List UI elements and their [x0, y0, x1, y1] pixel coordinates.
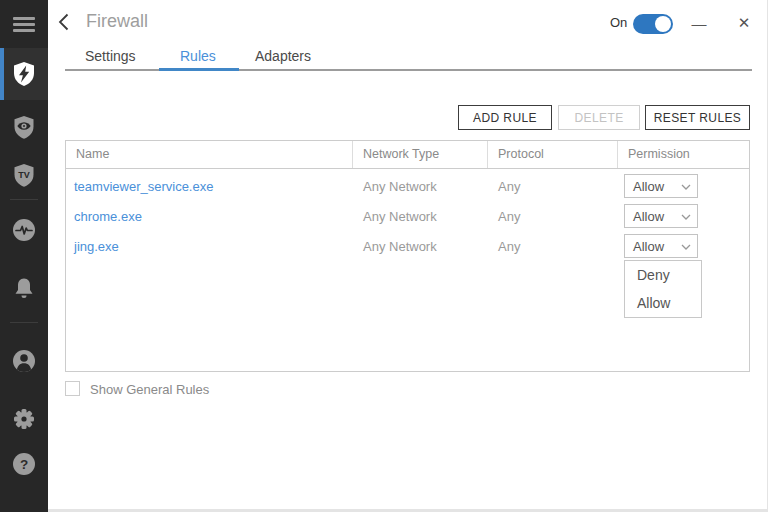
rule-name-link[interactable]: teamviewer_service.exe	[74, 179, 213, 194]
bell-icon	[11, 276, 37, 302]
gear-icon	[11, 406, 37, 432]
dropdown-option-allow[interactable]: Allow	[625, 289, 701, 317]
reset-rules-button[interactable]: RESET RULES	[645, 105, 750, 130]
permission-select-value: Allow	[633, 239, 664, 254]
firewall-window: TV	[0, 0, 768, 512]
permission-dropdown-panel: Deny Allow	[624, 260, 702, 318]
tab-adapters[interactable]: Adapters	[255, 48, 311, 64]
sidebar-item-privacy[interactable]	[0, 104, 48, 152]
chevron-down-icon	[681, 244, 691, 250]
column-header-network-type: Network Type	[353, 141, 488, 168]
tab-settings[interactable]: Settings	[85, 48, 136, 64]
permission-select-value: Allow	[633, 179, 664, 194]
firewall-shield-icon	[11, 61, 37, 87]
chevron-down-icon	[681, 184, 691, 190]
permission-select-open[interactable]: Allow	[624, 234, 698, 258]
table-row: jing.exe Any Network Any Allow	[66, 231, 749, 261]
table-row: chrome.exe Any Network Any Allow	[66, 201, 749, 231]
firewall-power-label: On	[610, 15, 627, 30]
show-general-rules-checkbox[interactable]	[65, 381, 80, 396]
permission-select[interactable]: Allow	[624, 174, 698, 198]
column-header-name: Name	[66, 141, 353, 168]
svg-text:TV: TV	[18, 170, 30, 180]
firewall-toggle[interactable]	[633, 14, 673, 34]
svg-text:?: ?	[20, 457, 28, 472]
show-general-rules-label: Show General Rules	[90, 382, 209, 397]
sidebar-item-help[interactable]: ?	[0, 440, 48, 488]
tab-active-underline	[159, 68, 239, 71]
rule-name-link[interactable]: chrome.exe	[74, 209, 142, 224]
sidebar: TV	[0, 0, 48, 512]
back-chevron-icon	[58, 13, 69, 31]
rule-protocol: Any	[488, 179, 618, 194]
rule-network-type: Any Network	[353, 179, 488, 194]
rule-name-link[interactable]: jing.exe	[74, 239, 119, 254]
permission-select[interactable]: Allow	[624, 204, 698, 228]
hamburger-icon	[13, 16, 35, 32]
column-header-protocol: Protocol	[488, 141, 618, 168]
back-button[interactable]	[58, 13, 76, 31]
sidebar-item-safe-media[interactable]: TV	[0, 152, 48, 200]
rule-network-type: Any Network	[353, 209, 488, 224]
toggle-knob	[655, 16, 671, 32]
sidebar-item-notifications[interactable]	[0, 265, 48, 313]
rules-table: Name Network Type Protocol Permission te…	[65, 140, 750, 372]
rule-network-type: Any Network	[353, 239, 488, 254]
table-header: Name Network Type Protocol Permission	[66, 141, 749, 169]
account-person-icon	[11, 348, 37, 374]
sidebar-item-settings[interactable]	[0, 395, 48, 443]
tv-shield-icon: TV	[12, 163, 36, 189]
table-body: teamviewer_service.exe Any Network Any A…	[66, 169, 749, 261]
rule-protocol: Any	[488, 239, 618, 254]
add-rule-button[interactable]: ADD RULE	[458, 105, 552, 130]
sidebar-divider	[10, 199, 38, 200]
minimize-button[interactable]: —	[688, 12, 710, 34]
column-header-permission: Permission	[618, 141, 749, 168]
sidebar-divider	[10, 322, 38, 323]
menu-button[interactable]	[0, 6, 48, 42]
rule-protocol: Any	[488, 209, 618, 224]
permission-select-value: Allow	[633, 209, 664, 224]
dropdown-option-deny[interactable]: Deny	[625, 261, 701, 289]
sidebar-item-activity[interactable]	[0, 206, 48, 254]
help-question-icon: ?	[12, 452, 36, 476]
tab-rules[interactable]: Rules	[180, 48, 216, 64]
sidebar-item-firewall[interactable]	[0, 48, 48, 100]
chevron-down-icon	[681, 214, 691, 220]
close-button[interactable]: ✕	[733, 12, 755, 34]
eye-shield-icon	[12, 115, 36, 141]
delete-button[interactable]: DELETE	[558, 105, 640, 130]
sidebar-item-account[interactable]	[0, 337, 48, 385]
activity-pulse-icon	[11, 217, 37, 243]
page-title: Firewall	[86, 11, 148, 32]
table-row: teamviewer_service.exe Any Network Any A…	[66, 171, 749, 201]
